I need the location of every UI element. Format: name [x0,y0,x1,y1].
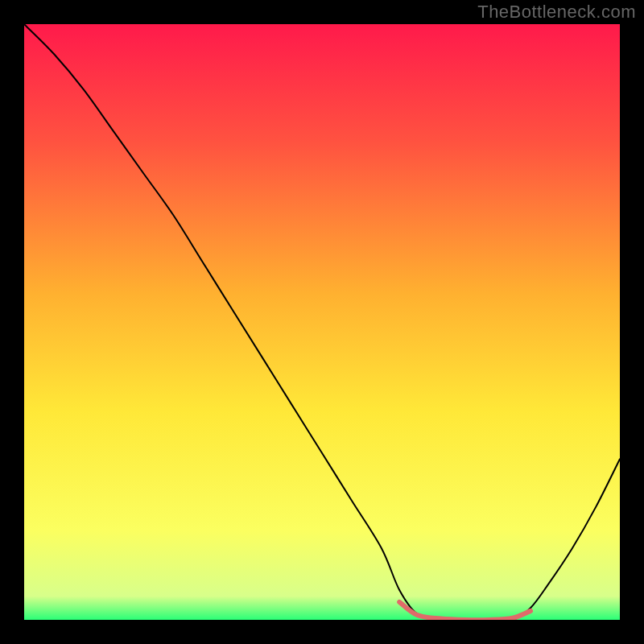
plot-svg [24,24,620,620]
gradient-background [24,24,620,620]
chart-stage: TheBottleneck.com [0,0,644,644]
watermark-label: TheBottleneck.com [477,2,636,23]
plot-area [24,24,620,620]
